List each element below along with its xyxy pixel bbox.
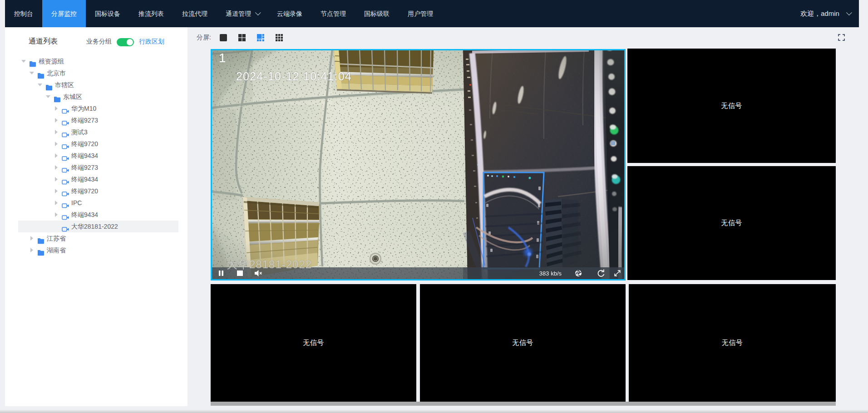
- svg-text:383 kb/s: 383 kb/s: [539, 270, 562, 277]
